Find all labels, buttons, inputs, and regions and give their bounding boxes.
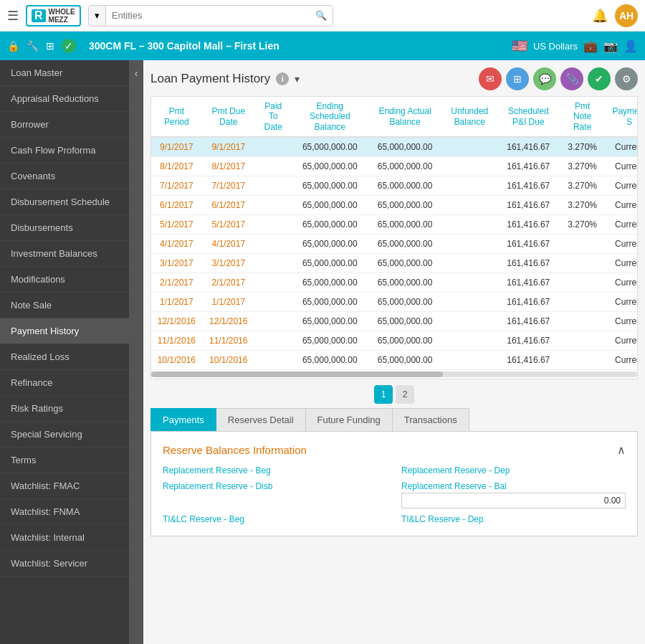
table-cell: 1/1/2017 <box>151 293 202 312</box>
sidebar-item-watchlist-internal[interactable]: Watchlist: Internal <box>0 525 129 551</box>
sidebar-item-watchlist-servicer[interactable]: Watchlist: Servicer <box>0 551 129 577</box>
reserve-label[interactable]: TI&LC Reserve - Dep <box>401 514 626 524</box>
tab-reserves-detail[interactable]: Reserves Detail <box>216 408 306 431</box>
collapse-button[interactable]: ∧ <box>617 443 626 457</box>
reserve-label[interactable]: Replacement Reserve - Disb <box>163 481 387 491</box>
tab-future-funding[interactable]: Future Funding <box>306 408 393 431</box>
main-content: Loan Payment History i ▾ ✉ ⊞ 💬 📎 ✔ ⚙ Pmt… <box>143 60 645 644</box>
sidebar-item-terms[interactable]: Terms <box>0 448 129 473</box>
sidebar-item-refinance[interactable]: Refinance <box>0 370 129 396</box>
reserve-label[interactable]: Replacement Reserve - Beg <box>163 465 387 475</box>
table-row[interactable]: 4/1/20174/1/201765,000,000.0065,000,000.… <box>151 235 638 254</box>
table-row[interactable]: 2/1/20172/1/201765,000,000.0065,000,000.… <box>151 273 638 293</box>
sidebar-item-appraisal-reductions[interactable]: Appraisal Reductions <box>0 86 129 112</box>
sidebar-item-note-sale[interactable]: Note Sale <box>0 293 129 318</box>
table-cell: 161,416.67 <box>497 351 559 370</box>
table-row[interactable]: 7/1/20177/1/201765,000,000.0065,000,000.… <box>151 176 638 196</box>
person-icon[interactable]: 👤 <box>624 39 638 53</box>
table-cell: 7/1/2017 <box>151 176 202 196</box>
chevron-down-icon[interactable]: ▾ <box>295 73 300 85</box>
table-cell: 1/1/2017 <box>202 293 255 312</box>
sidebar-item-cash-flow-proforma[interactable]: Cash Flow Proforma <box>0 138 129 164</box>
grid-icon[interactable]: ⊞ <box>46 40 54 52</box>
check-circle-icon[interactable]: ✓ <box>62 39 76 53</box>
sidebar-item-realized-loss[interactable]: Realized Loss <box>0 344 129 370</box>
table-cell: Current <box>606 293 638 312</box>
table-cell: 12/1/2016 <box>202 312 255 331</box>
grid-action-icon[interactable]: ⊞ <box>506 67 529 90</box>
table-cell: 3.270% <box>559 215 606 235</box>
settings-action-icon[interactable]: ⚙ <box>615 67 638 90</box>
table-cell: 65,000,000.00 <box>368 137 441 157</box>
reserve-value-input[interactable] <box>401 493 626 508</box>
table-row[interactable]: 5/1/20175/1/201765,000,000.0065,000,000.… <box>151 215 638 235</box>
table-cell: 161,416.67 <box>497 176 559 196</box>
table-row[interactable]: 6/1/20176/1/201765,000,000.0065,000,000.… <box>151 196 638 215</box>
sidebar-item-disbursement-schedule[interactable]: Disbursement Schedule <box>0 189 129 215</box>
table-cell: 65,000,000.00 <box>368 196 441 215</box>
camera-icon[interactable]: 📷 <box>603 39 618 53</box>
table-cell <box>441 176 497 196</box>
search-dropdown[interactable]: ▾ <box>89 6 106 26</box>
table-row[interactable]: 12/1/201612/1/201665,000,000.0065,000,00… <box>151 312 638 331</box>
reserve-label[interactable]: Replacement Reserve - Bal <box>401 481 626 491</box>
table-cell: 65,000,000.00 <box>368 273 441 293</box>
page-button-1[interactable]: 1 <box>374 385 393 404</box>
table-cell: 4/1/2017 <box>151 235 202 254</box>
attach-action-icon[interactable]: 📎 <box>560 67 583 90</box>
search-icon[interactable]: 🔍 <box>310 10 333 21</box>
tab-transactions[interactable]: Transactions <box>393 408 469 431</box>
sidebar-item-risk-ratings[interactable]: Risk Ratings <box>0 396 129 422</box>
checkmark-action-icon[interactable]: ✔ <box>588 67 611 90</box>
table-row[interactable]: 9/1/20179/1/201765,000,000.0065,000,000.… <box>151 137 638 157</box>
table-row[interactable]: 1/1/20171/1/201765,000,000.0065,000,000.… <box>151 293 638 312</box>
table-cell: 7/1/2017 <box>202 176 255 196</box>
table-cell: 65,000,000.00 <box>292 176 368 196</box>
table-cell: 65,000,000.00 <box>292 254 368 273</box>
sidebar-toggle[interactable]: ‹ <box>129 60 143 644</box>
table-row[interactable]: 3/1/20173/1/201765,000,000.0065,000,000.… <box>151 254 638 273</box>
notification-bell-icon[interactable]: 🔔 <box>592 8 608 24</box>
table-cell: 3.270% <box>559 176 606 196</box>
search-input[interactable] <box>106 10 310 21</box>
col-header-pmt-period: Pmt Period <box>151 97 202 137</box>
sidebar-item-payment-history[interactable]: Payment History <box>0 318 129 344</box>
avatar[interactable]: AH <box>615 4 638 27</box>
sidebar-item-watchlist-fmac[interactable]: Watchlist: FMAC <box>0 473 129 499</box>
reserve-label[interactable]: TI&LC Reserve - Beg <box>163 514 387 524</box>
table-row[interactable]: 8/1/20178/1/201765,000,000.0065,000,000.… <box>151 157 638 176</box>
sidebar-item-watchlist-fnma[interactable]: Watchlist: FNMA <box>0 499 129 525</box>
sidebar-item-modifications[interactable]: Modifications <box>0 267 129 293</box>
wrench-icon[interactable]: 🔧 <box>27 40 39 52</box>
panel-header: Reserve Balances Information ∧ <box>163 443 626 457</box>
table-cell: 65,000,000.00 <box>292 215 368 235</box>
table-cell: Current <box>606 254 638 273</box>
table-row[interactable]: 11/1/201611/1/201665,000,000.0065,000,00… <box>151 331 638 351</box>
table-row[interactable]: 10/1/201610/1/201665,000,000.0065,000,00… <box>151 351 638 370</box>
sidebar-item-loan-master[interactable]: Loan Master <box>0 60 129 86</box>
table-cell: 161,416.67 <box>497 157 559 176</box>
reserve-label[interactable]: Replacement Reserve - Dep <box>401 465 626 475</box>
table-cell <box>559 331 606 351</box>
briefcase-icon[interactable]: 💼 <box>583 39 598 53</box>
sidebar-item-investment-balances[interactable]: Investment Balances <box>0 241 129 267</box>
page-button-2[interactable]: 2 <box>396 385 414 404</box>
sidebar-item-covenants[interactable]: Covenants <box>0 164 129 189</box>
table-cell: 12/1/2016 <box>151 312 202 331</box>
table-cell: Current <box>606 137 638 157</box>
table-cell: Current <box>606 215 638 235</box>
info-icon[interactable]: i <box>276 72 289 85</box>
chat-action-icon[interactable]: 💬 <box>533 67 556 90</box>
top-nav: ☰ R WHOLEMEZZ ▾ 🔍 🔔 AH <box>0 0 645 32</box>
hamburger-menu[interactable]: ☰ <box>7 8 19 24</box>
sidebar-item-borrower[interactable]: Borrower <box>0 112 129 138</box>
col-header-scheduled-pi-due: Scheduled P&I Due <box>497 97 559 137</box>
email-action-icon[interactable]: ✉ <box>479 67 502 90</box>
tab-payments[interactable]: Payments <box>150 408 216 431</box>
horizontal-scrollbar[interactable] <box>151 371 637 377</box>
search-dropdown-arrow: ▾ <box>95 10 100 21</box>
sidebar-item-special-servicing[interactable]: Special Servicing <box>0 422 129 448</box>
logo[interactable]: R WHOLEMEZZ <box>26 5 81 27</box>
sidebar-item-disbursements[interactable]: Disbursements <box>0 215 129 241</box>
table-cell: 161,416.67 <box>497 331 559 351</box>
